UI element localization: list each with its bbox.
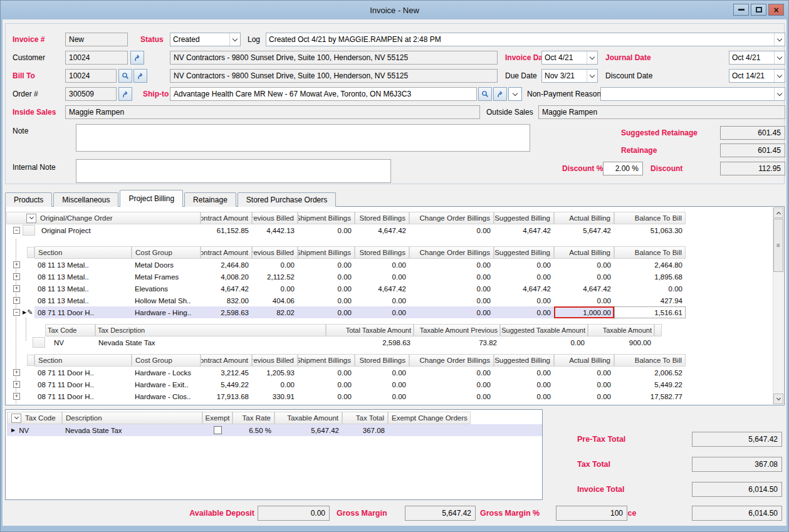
- cell-change-order-billings[interactable]: 0.00: [409, 271, 494, 283]
- cell-previous-billed[interactable]: 4,442.13: [252, 224, 298, 236]
- journal-date-dropdown-button[interactable]: [774, 51, 785, 64]
- cell-suggested-billing[interactable]: 0.00: [494, 367, 554, 378]
- cell-change-order-billings[interactable]: 0.00: [409, 402, 494, 405]
- collapse-button[interactable]: −: [13, 227, 20, 234]
- column-header-exempt-change-orders[interactable]: Exempt Change Orders: [388, 412, 471, 424]
- cell-stored-billings[interactable]: 0.00: [355, 271, 409, 283]
- column-header-taxable-amount-previous[interactable]: Taxable Amount Previous: [414, 324, 500, 336]
- tax-subgrid-row[interactable]: NVNevada State Tax2,598.6373.820.00900.0…: [6, 336, 758, 348]
- grid-row-metal-doors[interactable]: +08 11 13 Metal..Metal Doors2,464.800.00…: [6, 259, 758, 271]
- column-header-stored-billings[interactable]: Stored Billings: [355, 354, 409, 367]
- grid-row-hardware-flat[interactable]: +08 71 11 Door H..Hardware - Flat..14,03…: [6, 402, 758, 405]
- grid-row-hardware-clos[interactable]: +08 71 11 Door H..Hardware - Clos..17,91…: [6, 390, 758, 402]
- non-payment-reason-combo[interactable]: [600, 87, 785, 101]
- column-header-tax-description[interactable]: Tax Description: [95, 324, 326, 336]
- column-header-taxable-amount[interactable]: Taxable Amount: [588, 324, 654, 336]
- cell-actual-billing[interactable]: 0.00: [554, 378, 614, 390]
- cell-stored-billings[interactable]: 4,647.42: [355, 283, 409, 295]
- scrollbar-thumb[interactable]: ≡: [773, 219, 783, 272]
- tab-project-billing[interactable]: Project Billing: [120, 190, 183, 207]
- cell-cost-group[interactable]: Metal Doors: [132, 259, 201, 271]
- cell-contract-amount[interactable]: 4,008.20: [201, 271, 252, 283]
- column-header-actual-billing[interactable]: Actual Billing: [554, 246, 614, 259]
- cell-actual-billing[interactable]: 0.00: [554, 367, 614, 378]
- column-header-shipment-billings[interactable]: Shipment Billings: [298, 212, 355, 224]
- cell-section[interactable]: 08 71 11 Door H..: [34, 367, 132, 378]
- cell-total-taxable-amount[interactable]: 2,598.63: [326, 336, 414, 348]
- column-header-total-taxable-amount[interactable]: Total Taxable Amount: [326, 324, 414, 336]
- cell-change-order-billings[interactable]: 0.00: [409, 224, 494, 236]
- expand-button[interactable]: +: [13, 273, 20, 280]
- column-header-previous-billed[interactable]: Previous Billed: [252, 212, 298, 224]
- cell-shipment-billings[interactable]: 0.00: [298, 271, 355, 283]
- discount-date-dropdown-button[interactable]: [774, 70, 785, 82]
- cell-exempt[interactable]: [202, 424, 233, 436]
- column-header-stored-billings[interactable]: Stored Billings: [355, 246, 409, 259]
- customer-goto-button[interactable]: [130, 51, 144, 65]
- cell-suggested-billing[interactable]: 0.00: [494, 259, 554, 271]
- titlebar[interactable]: Invoice - New ×: [1, 1, 788, 19]
- grid-row-hardware-locks[interactable]: +08 71 11 Door H..Hardware - Locks3,212.…: [6, 367, 758, 378]
- cell-balance-to-bill[interactable]: 2,006.52: [614, 367, 686, 378]
- tab-retainage[interactable]: Retainage: [184, 192, 236, 207]
- cell-tax-total[interactable]: 367.08: [342, 424, 388, 436]
- cell-cost-group[interactable]: Hardware - Clos..: [132, 390, 201, 402]
- cell-section[interactable]: 08 71 11 Door H..: [34, 378, 132, 390]
- cell-actual-billing[interactable]: 0.00: [554, 295, 614, 306]
- column-header-change-order-billings[interactable]: Change Order Billings: [409, 354, 494, 367]
- tab-products[interactable]: Products: [5, 192, 52, 207]
- column-header-description[interactable]: Description: [62, 412, 202, 424]
- journal-date-combo[interactable]: Oct 4/21: [729, 51, 785, 65]
- cell-section[interactable]: 08 71 11 Door H..: [34, 402, 132, 405]
- cell-contract-amount[interactable]: 14,037.73: [201, 402, 252, 405]
- cell-actual-billing[interactable]: 0.00: [554, 390, 614, 402]
- bill-to-goto-button[interactable]: [133, 69, 147, 83]
- column-header-contract-amount[interactable]: Contract Amount: [201, 354, 252, 367]
- due-date-combo[interactable]: Nov 3/21: [541, 69, 598, 83]
- column-header-previous-billed[interactable]: Previous Billed: [252, 246, 298, 259]
- cell-balance-to-bill[interactable]: 17,582.77: [614, 390, 686, 402]
- cell-taxable-amount[interactable]: 5,647.42: [274, 424, 342, 436]
- cell-change-order-billings[interactable]: 0.00: [409, 259, 494, 271]
- cell-actual-billing[interactable]: 0.00: [554, 259, 614, 271]
- column-header-exempt[interactable]: Exempt: [202, 412, 233, 424]
- cell-suggested-billing[interactable]: 0.00: [494, 378, 554, 390]
- column-header-shipment-billings[interactable]: Shipment Billings: [298, 246, 355, 259]
- exempt-checkbox[interactable]: [214, 426, 222, 434]
- column-header-section[interactable]: Section: [34, 354, 132, 367]
- cell-shipment-billings[interactable]: 0.00: [298, 367, 355, 378]
- cell-taxable-amount[interactable]: 900.00: [588, 336, 654, 348]
- cell-previous-billed[interactable]: 0.00: [252, 378, 298, 390]
- cell-cost-group[interactable]: Hardware - Locks: [132, 367, 201, 378]
- cell-balance-to-bill[interactable]: 5,449.22: [614, 378, 686, 390]
- column-header-cost-group[interactable]: Cost Group: [132, 246, 201, 259]
- cell-cost-group[interactable]: Hardware - Flat..: [132, 402, 201, 405]
- cell-tax-rate[interactable]: 6.50 %: [233, 424, 274, 436]
- cell-tax-description[interactable]: Nevada State Tax: [95, 336, 326, 348]
- maximize-button[interactable]: [751, 4, 766, 16]
- order-goto-button[interactable]: [118, 87, 132, 101]
- cell-section[interactable]: 08 11 13 Metal..: [34, 259, 132, 271]
- cell-shipment-billings[interactable]: 0.00: [298, 390, 355, 402]
- column-header-taxable-amount[interactable]: Taxable Amount: [274, 412, 342, 424]
- grid-row-hardware-hing[interactable]: −▶✎08 71 11 Door H..Hardware - Hing..2,5…: [6, 306, 758, 318]
- grid-row-hardware-exit[interactable]: +08 71 11 Door H..Hardware - Exit..5,449…: [6, 378, 758, 390]
- ship-to-field[interactable]: Advantage Health Care MR New - 67 Mowat …: [170, 87, 477, 101]
- column-header-tax-code[interactable]: Tax Code: [45, 324, 95, 336]
- cell-previous-billed[interactable]: 2,112.52: [252, 271, 298, 283]
- header-checkbox-dropdown[interactable]: [26, 214, 36, 223]
- scroll-down-button[interactable]: [773, 394, 783, 404]
- expand-button[interactable]: +: [13, 297, 20, 304]
- cell-contract-amount[interactable]: 3,212.45: [201, 367, 252, 378]
- cell-change-order-billings[interactable]: 0.00: [409, 390, 494, 402]
- column-header-change-order-billings[interactable]: Change Order Billings: [409, 246, 494, 259]
- tab-miscellaneous[interactable]: Miscellaneous: [53, 192, 118, 207]
- cell-section[interactable]: 08 11 13 Metal..: [34, 283, 132, 295]
- cell-previous-billed[interactable]: 0.00: [252, 283, 298, 295]
- column-header-change-order-billings[interactable]: Change Order Billings: [409, 212, 494, 224]
- column-header-balance-to-bill[interactable]: Balance To Bill: [614, 354, 686, 367]
- cell-previous-billed[interactable]: 404.06: [252, 295, 298, 306]
- log-dropdown-button[interactable]: [774, 33, 785, 46]
- cell-section[interactable]: 08 11 13 Metal..: [34, 295, 132, 306]
- column-header-previous-billed[interactable]: Previous Billed: [252, 354, 298, 367]
